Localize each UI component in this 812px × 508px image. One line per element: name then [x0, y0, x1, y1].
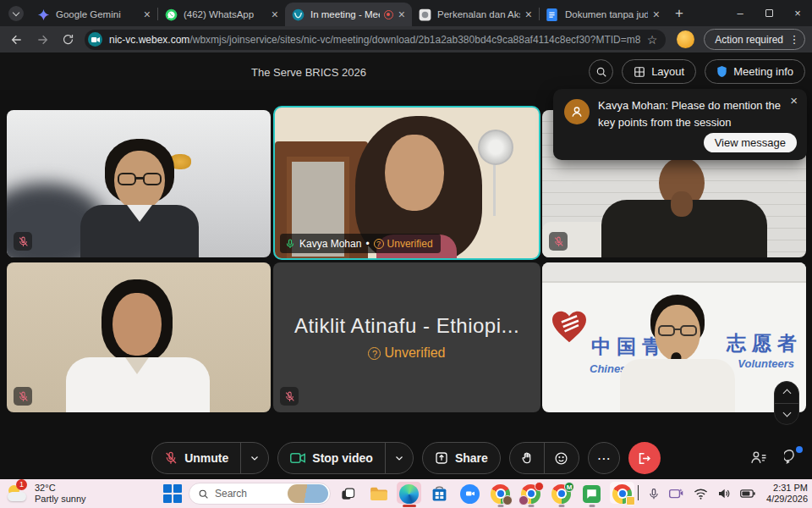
share-icon — [435, 451, 448, 465]
whatsapp-icon — [165, 8, 178, 21]
view-message-button[interactable]: View message — [704, 133, 797, 152]
tab-close-icon[interactable]: × — [398, 8, 405, 20]
tab-label: Dokumen tanpa judul - G — [565, 9, 648, 19]
tab-label: Google Gemini — [56, 9, 139, 19]
video-tile-participant-6[interactable]: 中国青 志愿者 Chinese Volunteers — [542, 262, 806, 412]
doc-badge — [626, 496, 635, 505]
unmute-button[interactable]: Unmute — [152, 443, 240, 473]
leave-icon — [637, 451, 651, 466]
browser-menu-icon[interactable]: ⋮ — [788, 33, 800, 46]
stop-video-button[interactable]: Stop video — [278, 443, 385, 473]
tab-webex-meeting[interactable]: In meeting - Meeting × — [285, 3, 412, 26]
stop-video-options-button[interactable] — [386, 443, 413, 473]
tab-label: (462) WhatsApp — [184, 9, 266, 19]
taskbar-center: Search M — [161, 479, 635, 508]
tab-perkenalan[interactable]: Perkenalan dan Aksi Benc × — [412, 3, 539, 26]
participants-button[interactable] — [750, 450, 767, 465]
google-docs-icon — [546, 8, 559, 21]
tab-close-icon[interactable]: × — [272, 8, 278, 20]
tray-mic-indicator[interactable] — [648, 488, 660, 500]
tab-close-icon[interactable]: × — [653, 8, 660, 20]
address-bar[interactable]: nic-vc.webex.com/wbxmjs/joinservice/site… — [85, 30, 666, 50]
taskbar-clock[interactable]: 2:31 PM 4/29/2026 — [766, 483, 808, 505]
tab-search-button[interactable] — [8, 6, 24, 21]
unmute-label: Unmute — [184, 451, 228, 465]
reload-button[interactable] — [58, 30, 78, 50]
ceiling-line — [542, 262, 806, 283]
tab-whatsapp[interactable]: (462) WhatsApp × — [158, 3, 285, 26]
edge-button[interactable] — [396, 479, 422, 508]
google-chat-button[interactable] — [579, 479, 605, 508]
file-explorer-button[interactable] — [365, 479, 392, 508]
tab-close-icon[interactable]: × — [144, 8, 151, 20]
glasses-bridge — [135, 177, 144, 179]
battery-indicator[interactable] — [740, 489, 755, 499]
banner-en-right: Volunteers — [738, 357, 794, 370]
tab-google-gemini[interactable]: Google Gemini × — [30, 3, 157, 26]
window-controls: – × — [726, 0, 812, 26]
raise-hand-button[interactable] — [510, 443, 544, 473]
chrome-active-button[interactable] — [609, 479, 635, 508]
new-tab-button[interactable]: + — [675, 5, 683, 22]
unmute-split-button: Unmute — [151, 442, 269, 474]
separator-bullet: • — [365, 238, 369, 250]
reactions-button[interactable] — [545, 443, 579, 473]
chrome-profile1-button[interactable] — [487, 479, 513, 508]
meeting-info-button[interactable]: Meeting info — [705, 59, 805, 84]
leave-meeting-button[interactable] — [628, 442, 661, 474]
cloud-icon — [8, 492, 26, 501]
tray-app-icon[interactable] — [669, 488, 684, 500]
stop-video-label: Stop video — [312, 451, 373, 465]
tray-expand-button[interactable] — [638, 486, 639, 501]
tab-google-docs[interactable]: Dokumen tanpa judul - G × — [540, 3, 667, 26]
wifi-icon — [694, 488, 708, 500]
zoom-button[interactable] — [457, 479, 483, 508]
active-speaker-name: Kavya Mohan — [299, 238, 361, 250]
chrome-profile2-button[interactable] — [518, 479, 544, 508]
minimize-button[interactable]: – — [726, 0, 754, 26]
taskbar-weather-widget[interactable]: 1 32°C Partly sunny — [7, 483, 86, 505]
chrome-icon: M — [551, 484, 571, 504]
chrome-profile3-button[interactable]: M — [548, 479, 574, 508]
video-tile-name-only[interactable]: Atiklit Atinafu - Ethiopi... ?Unverified — [273, 262, 540, 412]
tile-pagination — [774, 381, 799, 425]
unmute-options-button[interactable] — [241, 443, 268, 473]
volume-indicator[interactable] — [717, 488, 731, 500]
task-view-button[interactable] — [335, 479, 361, 508]
more-options-button[interactable]: ⋯ — [588, 442, 620, 474]
scroll-down-button[interactable] — [775, 404, 798, 425]
layout-label: Layout — [651, 65, 684, 78]
chevron-up-icon — [782, 389, 791, 398]
store-icon — [431, 485, 448, 503]
share-button[interactable]: Share — [422, 442, 501, 474]
layout-grid-icon — [634, 66, 645, 78]
video-tile-participant-1[interactable] — [7, 110, 271, 257]
profile-avatar[interactable] — [677, 30, 694, 48]
search-button[interactable] — [589, 59, 613, 84]
mic-off-icon — [553, 236, 564, 247]
video-tile-active-speaker[interactable]: Kavya Mohan • ?Unverified — [273, 106, 540, 260]
start-button[interactable] — [161, 481, 184, 506]
url-path: /wbxmjs/joinservice/sites/nic-vc/meeting… — [189, 34, 639, 46]
forward-button[interactable] — [32, 30, 52, 50]
layout-button[interactable]: Layout — [622, 59, 696, 84]
unverified-icon: ? — [368, 347, 381, 360]
wifi-indicator[interactable] — [694, 488, 708, 500]
chrome-icon — [612, 484, 632, 504]
tab-close-icon[interactable]: × — [525, 8, 532, 20]
chat-button[interactable] — [784, 449, 800, 465]
bookmark-star-icon[interactable]: ☆ — [647, 33, 658, 47]
back-button[interactable] — [7, 30, 27, 50]
taskbar-search[interactable]: Search — [189, 483, 331, 505]
notification-close-icon[interactable]: × — [790, 93, 798, 108]
unverified-icon: ? — [374, 239, 384, 249]
maximize-button[interactable] — [754, 0, 783, 26]
video-tile-participant-4[interactable] — [7, 262, 271, 412]
chat-notification[interactable]: Kavya Mohan: Please do mention the key p… — [553, 89, 807, 160]
window-close-button[interactable]: × — [783, 0, 812, 26]
scroll-up-button[interactable] — [775, 382, 798, 403]
chevron-down-icon — [13, 8, 19, 15]
microsoft-store-button[interactable] — [426, 479, 453, 508]
running-indicator — [589, 505, 595, 507]
action-required-chip[interactable]: Action required ⋮ — [704, 29, 805, 50]
